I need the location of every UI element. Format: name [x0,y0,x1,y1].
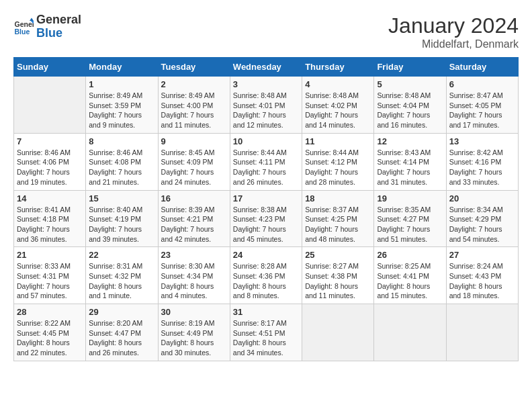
weekday-header-friday: Friday [374,58,446,77]
day-info: Sunrise: 8:45 AM Sunset: 4:09 PM Dayligh… [161,148,227,187]
day-number: 18 [305,193,371,203]
calendar-cell: 1Sunrise: 8:49 AM Sunset: 3:59 PM Daylig… [86,77,158,134]
day-info: Sunrise: 8:17 AM Sunset: 4:51 PM Dayligh… [233,318,299,358]
month-year-title: January 2024 [388,13,519,38]
calendar-cell: 12Sunrise: 8:43 AM Sunset: 4:14 PM Dayli… [374,133,446,190]
day-number: 5 [377,79,443,89]
day-info: Sunrise: 8:42 AM Sunset: 4:16 PM Dayligh… [449,148,515,187]
calendar-cell [302,304,374,361]
day-number: 26 [377,250,443,260]
day-info: Sunrise: 8:44 AM Sunset: 4:11 PM Dayligh… [233,148,299,187]
calendar-cell: 14Sunrise: 8:41 AM Sunset: 4:18 PM Dayli… [14,190,86,247]
calendar-cell: 4Sunrise: 8:48 AM Sunset: 4:02 PM Daylig… [302,77,374,134]
calendar-cell: 15Sunrise: 8:40 AM Sunset: 4:19 PM Dayli… [86,190,158,247]
day-number: 4 [305,79,371,89]
calendar-cell: 25Sunrise: 8:27 AM Sunset: 4:38 PM Dayli… [302,247,374,304]
calendar-cell [374,304,446,361]
weekday-header-row: SundayMondayTuesdayWednesdayThursdayFrid… [14,58,519,77]
location-subtitle: Middelfart, Denmark [388,38,519,50]
day-number: 19 [377,193,443,203]
day-info: Sunrise: 8:48 AM Sunset: 4:02 PM Dayligh… [305,91,371,130]
weekday-header-tuesday: Tuesday [158,58,230,77]
day-info: Sunrise: 8:39 AM Sunset: 4:21 PM Dayligh… [161,205,227,244]
day-number: 17 [233,193,299,203]
day-info: Sunrise: 8:19 AM Sunset: 4:49 PM Dayligh… [161,318,227,358]
day-info: Sunrise: 8:49 AM Sunset: 4:00 PM Dayligh… [161,91,227,130]
day-number: 21 [17,250,83,260]
day-number: 13 [449,136,515,146]
day-number: 24 [233,250,299,260]
calendar-cell: 31Sunrise: 8:17 AM Sunset: 4:51 PM Dayli… [230,304,302,361]
calendar-cell: 6Sunrise: 8:47 AM Sunset: 4:05 PM Daylig… [446,77,518,134]
day-number: 30 [161,307,227,317]
calendar-cell: 7Sunrise: 8:46 AM Sunset: 4:06 PM Daylig… [14,133,86,190]
weekday-header-thursday: Thursday [302,58,374,77]
calendar-cell: 17Sunrise: 8:38 AM Sunset: 4:23 PM Dayli… [230,190,302,247]
title-block: January 2024 Middelfart, Denmark [388,13,519,50]
day-info: Sunrise: 8:30 AM Sunset: 4:34 PM Dayligh… [161,261,227,301]
day-number: 3 [233,79,299,89]
logo-icon: General Blue [13,17,34,37]
day-info: Sunrise: 8:28 AM Sunset: 4:36 PM Dayligh… [233,261,299,301]
day-info: Sunrise: 8:48 AM Sunset: 4:04 PM Dayligh… [377,91,443,130]
svg-text:Blue: Blue [15,27,30,35]
calendar-week-row: 7Sunrise: 8:46 AM Sunset: 4:06 PM Daylig… [14,133,519,190]
day-number: 6 [449,79,515,89]
calendar-cell: 29Sunrise: 8:20 AM Sunset: 4:47 PM Dayli… [86,304,158,361]
day-number: 31 [233,307,299,317]
day-number: 1 [89,79,154,89]
calendar-cell: 19Sunrise: 8:35 AM Sunset: 4:27 PM Dayli… [374,190,446,247]
calendar-cell: 22Sunrise: 8:31 AM Sunset: 4:32 PM Dayli… [86,247,158,304]
logo-blue: Blue [36,27,81,40]
calendar-cell: 2Sunrise: 8:49 AM Sunset: 4:00 PM Daylig… [158,77,230,134]
day-info: Sunrise: 8:24 AM Sunset: 4:43 PM Dayligh… [449,261,515,301]
day-number: 12 [377,136,443,146]
calendar-cell: 28Sunrise: 8:22 AM Sunset: 4:45 PM Dayli… [14,304,86,361]
calendar-cell: 3Sunrise: 8:48 AM Sunset: 4:01 PM Daylig… [230,77,302,134]
day-info: Sunrise: 8:43 AM Sunset: 4:14 PM Dayligh… [377,148,443,187]
page-header: General Blue General Blue January 2024 M… [13,13,519,50]
day-info: Sunrise: 8:35 AM Sunset: 4:27 PM Dayligh… [377,205,443,244]
day-info: Sunrise: 8:48 AM Sunset: 4:01 PM Dayligh… [233,91,299,130]
calendar-cell: 8Sunrise: 8:46 AM Sunset: 4:08 PM Daylig… [86,133,158,190]
weekday-header-wednesday: Wednesday [230,58,302,77]
calendar-cell: 18Sunrise: 8:37 AM Sunset: 4:25 PM Dayli… [302,190,374,247]
day-number: 23 [161,250,227,260]
calendar-cell: 23Sunrise: 8:30 AM Sunset: 4:34 PM Dayli… [158,247,230,304]
day-number: 27 [449,250,515,260]
day-number: 15 [89,193,154,203]
calendar-table: SundayMondayTuesdayWednesdayThursdayFrid… [13,57,519,361]
logo: General Blue General Blue [13,13,81,40]
day-info: Sunrise: 8:49 AM Sunset: 3:59 PM Dayligh… [89,91,154,130]
logo-general: General [36,13,81,27]
calendar-cell: 5Sunrise: 8:48 AM Sunset: 4:04 PM Daylig… [374,77,446,134]
day-info: Sunrise: 8:22 AM Sunset: 4:45 PM Dayligh… [17,318,83,358]
day-number: 10 [233,136,299,146]
day-number: 22 [89,250,154,260]
weekday-header-sunday: Sunday [14,58,86,77]
day-number: 11 [305,136,371,146]
day-number: 9 [161,136,227,146]
weekday-header-saturday: Saturday [446,58,518,77]
calendar-week-row: 21Sunrise: 8:33 AM Sunset: 4:31 PM Dayli… [14,247,519,304]
calendar-body: 1Sunrise: 8:49 AM Sunset: 3:59 PM Daylig… [14,77,519,361]
day-info: Sunrise: 8:40 AM Sunset: 4:19 PM Dayligh… [89,205,154,244]
calendar-cell: 13Sunrise: 8:42 AM Sunset: 4:16 PM Dayli… [446,133,518,190]
day-info: Sunrise: 8:33 AM Sunset: 4:31 PM Dayligh… [17,261,83,301]
day-info: Sunrise: 8:41 AM Sunset: 4:18 PM Dayligh… [17,205,83,244]
day-number: 25 [305,250,371,260]
day-info: Sunrise: 8:27 AM Sunset: 4:38 PM Dayligh… [305,261,371,301]
svg-marker-2 [30,17,34,21]
day-info: Sunrise: 8:34 AM Sunset: 4:29 PM Dayligh… [449,205,515,244]
calendar-cell: 27Sunrise: 8:24 AM Sunset: 4:43 PM Dayli… [446,247,518,304]
calendar-cell: 26Sunrise: 8:25 AM Sunset: 4:41 PM Dayli… [374,247,446,304]
day-number: 8 [89,136,154,146]
day-info: Sunrise: 8:47 AM Sunset: 4:05 PM Dayligh… [449,91,515,130]
day-info: Sunrise: 8:31 AM Sunset: 4:32 PM Dayligh… [89,261,154,301]
day-info: Sunrise: 8:38 AM Sunset: 4:23 PM Dayligh… [233,205,299,244]
calendar-cell: 21Sunrise: 8:33 AM Sunset: 4:31 PM Dayli… [14,247,86,304]
calendar-week-row: 1Sunrise: 8:49 AM Sunset: 3:59 PM Daylig… [14,77,519,134]
day-number: 20 [449,193,515,203]
calendar-week-row: 14Sunrise: 8:41 AM Sunset: 4:18 PM Dayli… [14,190,519,247]
weekday-header-monday: Monday [86,58,158,77]
